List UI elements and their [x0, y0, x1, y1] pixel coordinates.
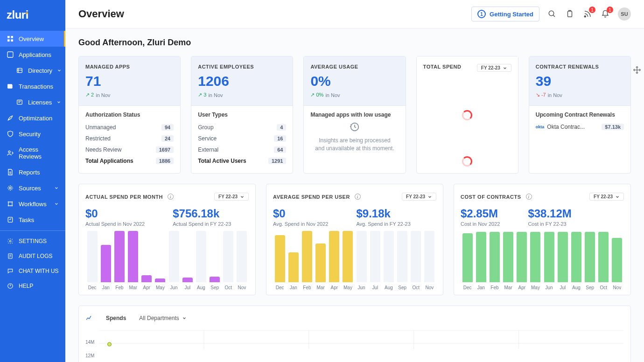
feed-icon[interactable]: 1 — [582, 9, 593, 19]
bar-label: Apr — [143, 285, 150, 290]
bar[interactable] — [571, 232, 581, 282]
bar[interactable] — [612, 238, 622, 282]
bar[interactable] — [223, 231, 233, 282]
bar-label: Nov — [613, 285, 622, 290]
user-avatar[interactable]: SU — [618, 7, 631, 21]
department-selector[interactable]: All Departments — [139, 315, 186, 321]
bar-chart: DecJanFebMarAprMayJunJulAugSepOctNov — [461, 234, 624, 290]
nav-item-directory[interactable]: Directory — [0, 63, 65, 78]
bar-column: Dec — [85, 231, 99, 290]
bar-label: Feb — [303, 285, 311, 290]
nav-item-security[interactable]: Security — [0, 126, 65, 142]
bar[interactable] — [237, 231, 247, 282]
bar[interactable] — [87, 231, 98, 282]
bar[interactable] — [357, 231, 367, 282]
nav-label: Sources — [19, 185, 41, 192]
bar[interactable] — [101, 245, 111, 282]
bar[interactable] — [315, 244, 326, 282]
bar[interactable] — [503, 232, 513, 282]
nav-item-applications[interactable]: Applications — [0, 47, 65, 63]
bar[interactable] — [302, 231, 312, 282]
stat-row[interactable]: Group4 — [198, 122, 286, 133]
stat-row[interactable]: Needs Review1697 — [85, 144, 174, 155]
bar[interactable] — [155, 278, 165, 282]
bar[interactable] — [343, 231, 353, 282]
nav-item-sources[interactable]: Sources — [0, 180, 65, 196]
nav-item-optimization[interactable]: Optimization — [0, 110, 65, 126]
bar[interactable] — [114, 231, 125, 282]
bar[interactable] — [598, 232, 609, 282]
bar[interactable] — [210, 277, 220, 282]
bar-label: Mar — [129, 285, 137, 290]
bar[interactable] — [476, 232, 486, 282]
nav-item-workflows[interactable]: Workflows — [0, 196, 65, 212]
nav-item-tasks[interactable]: Tasks — [0, 212, 65, 228]
nav-item-chat-with-us[interactable]: CHAT WITH US — [0, 264, 65, 278]
bar-label: Jul — [184, 285, 190, 290]
bar[interactable] — [182, 278, 193, 282]
getting-started-button[interactable]: 1 Getting Started — [471, 7, 539, 21]
nav-item-transactions[interactable]: Transactions — [0, 78, 65, 94]
bar[interactable] — [169, 231, 179, 282]
stat-row[interactable]: External64 — [198, 144, 286, 155]
bar-label: Aug — [572, 285, 581, 290]
nav-item-licenses[interactable]: Licenses — [0, 94, 65, 110]
bar-label: Dec — [276, 285, 284, 290]
info-icon[interactable]: i — [355, 194, 361, 200]
bar[interactable] — [384, 231, 394, 282]
nav-item-overview[interactable]: Overview — [0, 31, 65, 47]
renewal-row[interactable]: okta Okta Contrac... $7.13k — [536, 122, 624, 132]
bar[interactable] — [544, 232, 554, 282]
stat-row[interactable]: Service16 — [198, 133, 286, 144]
nav-item-audit-logs[interactable]: AUDIT LOGS — [0, 249, 65, 264]
svg-rect-2 — [7, 39, 10, 42]
period-selector[interactable]: FY 22-23 — [402, 193, 436, 201]
nav-item-settings[interactable]: SETTINGS — [0, 234, 65, 249]
bar-column: Mar — [502, 232, 515, 290]
bar[interactable] — [490, 232, 500, 282]
chart-metric: $0Avg. Spend in Nov 2022 — [273, 207, 328, 227]
nav-label: AUDIT LOGS — [19, 253, 52, 259]
bar[interactable] — [275, 235, 285, 282]
bar[interactable] — [585, 232, 595, 282]
kpi-label: MANAGED APPS — [85, 64, 174, 70]
bar[interactable] — [196, 231, 206, 282]
nav-item-access-reviews[interactable]: Access Reviews — [0, 142, 65, 164]
bar[interactable] — [288, 252, 299, 282]
spends-tab[interactable]: Spends — [106, 315, 126, 321]
bar[interactable] — [370, 231, 380, 282]
bar[interactable] — [424, 231, 434, 282]
nav-item-reports[interactable]: Reports — [0, 164, 65, 180]
primary-nav: OverviewApplicationsDirectoryTransaction… — [0, 31, 65, 228]
period-selector[interactable]: FY 22-23 — [477, 64, 511, 72]
bar-column: Jul — [181, 278, 194, 290]
info-icon[interactable]: i — [526, 194, 532, 200]
nav-item-help[interactable]: HELP — [0, 278, 65, 293]
bell-icon[interactable]: 1 — [600, 9, 610, 19]
bar[interactable] — [141, 275, 152, 282]
chevron-down-icon — [56, 100, 61, 104]
rocket-icon — [7, 114, 14, 122]
nav-label: CHAT WITH US — [19, 268, 59, 274]
period-selector[interactable]: FY 22-23 — [214, 193, 249, 201]
stat-row[interactable]: Restricted24 — [85, 133, 174, 144]
stat-row[interactable]: Unmanaged94 — [85, 122, 174, 133]
move-icon[interactable] — [633, 66, 641, 74]
period-selector[interactable]: FY 22-23 — [589, 193, 624, 201]
bar[interactable] — [397, 231, 407, 282]
clipboard-icon[interactable] — [565, 9, 575, 19]
app-icon — [7, 51, 14, 58]
bar[interactable] — [462, 233, 473, 282]
bar-column: Apr — [515, 232, 529, 290]
bar[interactable] — [558, 232, 568, 282]
info-icon[interactable]: i — [168, 194, 174, 200]
chart-metric: $38.12MCost in FY 22-23 — [528, 207, 571, 227]
bar-column: Nov — [235, 231, 249, 290]
bar[interactable] — [530, 232, 540, 282]
bar-label: May — [343, 285, 352, 290]
search-icon[interactable] — [547, 9, 557, 19]
bar[interactable] — [128, 231, 138, 282]
bar[interactable] — [517, 232, 527, 282]
bar[interactable] — [329, 231, 339, 282]
bar[interactable] — [411, 231, 421, 282]
